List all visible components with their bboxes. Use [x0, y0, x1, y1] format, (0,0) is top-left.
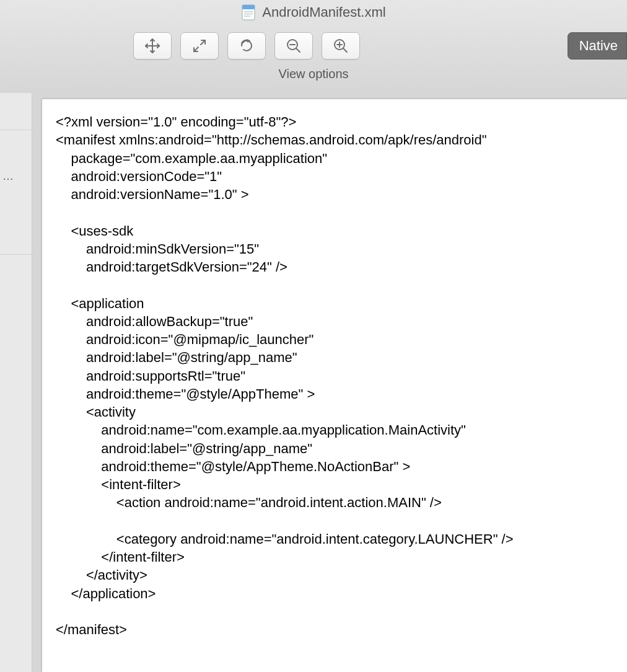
- toolbar: [0, 21, 627, 60]
- zoom-in-icon: [332, 37, 349, 55]
- svg-rect-1: [242, 5, 255, 9]
- rail-divider: [0, 254, 32, 255]
- zoom-in-button[interactable]: [322, 32, 360, 60]
- expand-diagonal-icon: [191, 37, 208, 55]
- pan-move-button[interactable]: [133, 32, 172, 60]
- native-mode-button[interactable]: Native: [568, 32, 627, 60]
- native-mode-label: Native: [579, 38, 618, 54]
- rail-divider: [0, 130, 32, 130]
- zoom-out-icon: [285, 37, 302, 55]
- filename-label: AndroidManifest.xml: [262, 4, 385, 20]
- svg-line-13: [343, 48, 347, 52]
- fit-zoom-button[interactable]: [180, 32, 219, 60]
- file-icon: [241, 4, 256, 21]
- left-rail: …: [0, 93, 32, 672]
- move-arrows-icon: [144, 37, 161, 55]
- rail-ellipsis: …: [2, 170, 15, 183]
- title-row: AndroidManifest.xml: [0, 0, 627, 21]
- body: … <?xml version="1.0" encoding="utf-8"?>…: [0, 93, 627, 672]
- header: AndroidManifest.xml: [0, 0, 627, 93]
- svg-line-7: [201, 40, 205, 45]
- document-panel[interactable]: <?xml version="1.0" encoding="utf-8"?> <…: [42, 99, 627, 672]
- svg-line-8: [194, 47, 198, 51]
- svg-line-10: [296, 48, 300, 52]
- refresh-icon: [238, 37, 255, 55]
- view-options-label: View options: [0, 60, 627, 81]
- refresh-button[interactable]: [227, 32, 266, 60]
- content-wrap: <?xml version="1.0" encoding="utf-8"?> <…: [32, 93, 627, 672]
- xml-code: <?xml version="1.0" encoding="utf-8"?> <…: [56, 113, 627, 639]
- zoom-out-button[interactable]: [274, 32, 313, 60]
